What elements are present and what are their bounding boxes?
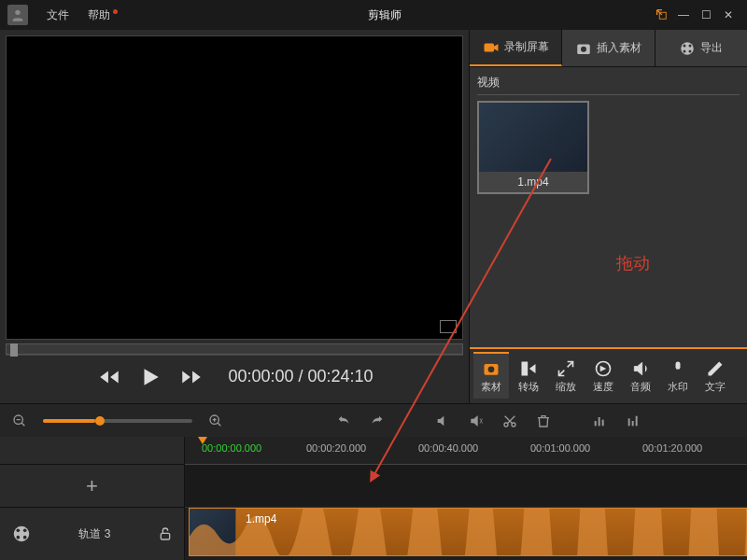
tool-speed[interactable]: 速度: [585, 353, 621, 399]
svg-point-8: [684, 49, 686, 52]
ruler-tick: 00:00:40.000: [418, 442, 478, 454]
track-header[interactable]: 轨道 3: [0, 508, 184, 560]
close-button[interactable]: ✕: [717, 8, 740, 21]
scrub-bar[interactable]: [6, 343, 463, 355]
minimize-button[interactable]: —: [672, 8, 695, 21]
popout-button[interactable]: [650, 7, 672, 23]
drag-annotation: 拖动: [616, 252, 650, 274]
tool-audio[interactable]: 音频: [623, 353, 658, 399]
ruler-tick: 00:00:20.000: [306, 442, 366, 454]
tab-export-label: 导出: [700, 40, 723, 56]
tab-export[interactable]: 导出: [655, 30, 747, 66]
svg-point-28: [17, 536, 21, 539]
track-lane-empty[interactable]: [185, 465, 747, 508]
mute-button[interactable]: [432, 411, 453, 431]
svg-point-25: [14, 526, 30, 542]
svg-rect-23: [632, 421, 634, 426]
tab-insert[interactable]: 插入素材: [562, 30, 655, 66]
tab-record[interactable]: 录制屏幕: [470, 30, 562, 66]
forward-button[interactable]: [177, 363, 205, 391]
tool-zoom[interactable]: 缩放: [548, 353, 584, 399]
svg-rect-19: [595, 421, 597, 426]
menu-help-label: 帮助: [88, 8, 110, 21]
tool-material[interactable]: 素材: [473, 352, 509, 399]
ruler-tick: 00:01:00.000: [530, 442, 590, 454]
svg-rect-20: [599, 417, 600, 426]
tab-insert-label: 插入素材: [597, 40, 641, 56]
svg-point-11: [488, 366, 495, 372]
svg-point-6: [684, 44, 686, 47]
tool-text[interactable]: 文字: [698, 353, 733, 399]
thumb-label: 1.mp4: [479, 172, 587, 192]
menu-file[interactable]: 文件: [37, 7, 78, 23]
media-thumb[interactable]: 1.mp4: [477, 101, 589, 194]
menu-help[interactable]: 帮助: [78, 7, 120, 23]
timecode: 00:00:00 / 00:24:10: [228, 367, 373, 386]
svg-point-0: [15, 10, 20, 15]
playhead-time: 00:00:00.000: [202, 442, 261, 454]
tool-watermark[interactable]: 水印: [660, 353, 696, 399]
play-button[interactable]: [136, 363, 164, 391]
film-icon: [11, 524, 32, 544]
svg-point-26: [17, 529, 21, 533]
svg-rect-24: [636, 415, 638, 426]
video-preview[interactable]: [6, 35, 463, 340]
svg-rect-30: [161, 533, 169, 539]
undo-button[interactable]: [333, 411, 354, 431]
zoom-slider[interactable]: [43, 419, 192, 423]
svg-point-27: [23, 529, 27, 533]
clip-name: 1.mp4: [246, 512, 276, 525]
fullscreen-icon[interactable]: [440, 320, 457, 333]
rewind-button[interactable]: [95, 363, 123, 391]
levels1-button[interactable]: [589, 411, 610, 431]
tab-record-label: 录制屏幕: [504, 39, 549, 55]
delete-button[interactable]: [533, 411, 554, 431]
svg-point-9: [689, 49, 692, 52]
svg-rect-12: [522, 361, 529, 375]
time-ruler[interactable]: 00:00:00.000 00:00:20.000 00:00:40.000 0…: [185, 437, 747, 465]
unlock-icon[interactable]: [158, 526, 173, 541]
app-title: 剪辑师: [120, 7, 650, 23]
add-track-button[interactable]: +: [0, 465, 184, 508]
avatar[interactable]: [7, 5, 28, 25]
volume-button[interactable]: [466, 411, 486, 431]
timeline-clip[interactable]: 1.mp4: [189, 508, 747, 556]
maximize-button[interactable]: ☐: [695, 8, 717, 21]
svg-rect-14: [676, 361, 681, 369]
svg-point-7: [689, 44, 692, 47]
ruler-tick: 00:01:20.000: [642, 442, 702, 454]
thumb-image: [479, 103, 587, 172]
tool-transition[interactable]: 转场: [511, 353, 546, 399]
svg-rect-21: [602, 419, 604, 426]
svg-rect-2: [484, 43, 494, 51]
svg-point-29: [23, 536, 27, 539]
track-name: 轨道 3: [78, 526, 110, 542]
svg-point-5: [682, 42, 695, 55]
cut-button[interactable]: [500, 411, 520, 431]
redo-button[interactable]: [367, 411, 388, 431]
svg-rect-22: [628, 418, 630, 426]
levels2-button[interactable]: [623, 411, 643, 431]
svg-point-4: [581, 46, 586, 51]
zoom-in-button[interactable]: [205, 411, 226, 431]
zoom-out-button[interactable]: [9, 411, 30, 431]
section-video: 视频: [477, 75, 740, 95]
